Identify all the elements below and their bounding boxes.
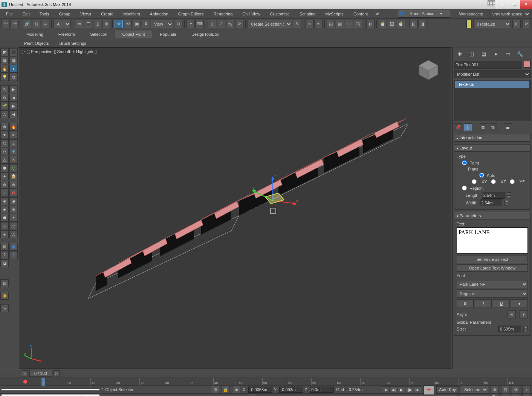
setkey-button[interactable]: Set Key xyxy=(438,394,458,396)
tool-icon[interactable]: ❂ xyxy=(9,189,18,197)
percent-snap-button[interactable]: % xyxy=(226,20,234,28)
tool-icon[interactable]: ◀ xyxy=(9,94,18,102)
goto-start-button[interactable]: ⏮ xyxy=(382,386,390,393)
tool-icon[interactable]: ▶ xyxy=(9,102,18,110)
menu-create[interactable]: Create xyxy=(96,10,118,18)
selection-filter[interactable]: All xyxy=(54,20,71,28)
text-content-input[interactable] xyxy=(457,227,528,254)
style-more-button[interactable]: ▾ xyxy=(511,299,528,308)
nav-orbit-icon[interactable]: ⟳ xyxy=(512,385,520,394)
infocenter-icon[interactable] xyxy=(488,0,495,6)
modify-panel-tab[interactable]: ◫ xyxy=(467,50,477,58)
nav-zoom-extents-icon[interactable]: ⊡ xyxy=(501,385,509,394)
goto-end-button[interactable]: ⏭ xyxy=(414,386,421,393)
bold-button[interactable]: B xyxy=(457,299,474,308)
ribbon-tab-selection[interactable]: Selection xyxy=(83,30,115,38)
tool-icon[interactable]: ⊗ xyxy=(0,197,9,205)
set-value-button[interactable]: Set Value as Text xyxy=(457,256,528,263)
extra-tool-2[interactable]: ⟳ xyxy=(522,20,530,28)
tool-icon[interactable]: ⬣ xyxy=(0,214,9,222)
ribbon-tab-freeform[interactable]: Freeform xyxy=(51,30,83,38)
pin-stack-button[interactable]: 📌 xyxy=(454,123,462,131)
tool-icon[interactable]: ⟁ xyxy=(0,189,9,197)
tool-icon[interactable]: ◬ xyxy=(9,230,18,238)
tool-icon[interactable]: ◩ xyxy=(0,48,9,56)
workspace-selector[interactable]: vray work space xyxy=(489,10,530,18)
play-button[interactable]: ▶ xyxy=(398,386,405,393)
ribbon-tab-populate[interactable]: Populate xyxy=(152,30,183,38)
layout-point-radio[interactable] xyxy=(462,160,467,165)
material-editor-button[interactable]: ◐ xyxy=(366,20,375,28)
tool-icon[interactable]: ◀ xyxy=(9,110,18,118)
viewport-perspective[interactable]: [ + ][ Perspective ][ Smooth + Highlight… xyxy=(19,47,451,369)
motion-panel-tab[interactable]: ● xyxy=(491,50,501,58)
tool-icon[interactable]: ⇱ xyxy=(0,85,9,93)
tool-icon[interactable]: 💡 xyxy=(0,73,9,81)
remove-modifier-button[interactable]: 🗑 xyxy=(489,123,497,131)
select-object-button[interactable]: ▭ xyxy=(75,20,83,28)
length-down[interactable]: ▾ xyxy=(507,195,511,198)
menu-views[interactable]: Views xyxy=(76,10,96,18)
paint-objects-tab[interactable]: Paint Objects xyxy=(19,40,54,47)
ribbon-tab-designtoolbox[interactable]: DesignToolBox xyxy=(184,30,226,38)
coord-y-input[interactable] xyxy=(279,387,303,393)
tool-icon[interactable]: ◪ xyxy=(0,259,9,267)
pivot-center-button[interactable]: ⊙ xyxy=(174,20,182,28)
maxscript-output[interactable]: PainterInterface End Paint Session xyxy=(2,394,99,396)
tool-icon[interactable]: △ xyxy=(0,156,9,164)
tool-icon[interactable]: 🌱 xyxy=(0,102,9,110)
nav-zoom-icon[interactable]: 🔍 xyxy=(491,393,499,396)
maxscript-mini-listener[interactable] xyxy=(2,389,99,390)
modifier-stack[interactable]: TextPlus xyxy=(454,80,530,121)
underline-button[interactable]: U xyxy=(493,299,510,308)
plane-auto-radio[interactable] xyxy=(479,173,484,178)
menu-scripting[interactable]: Scripting xyxy=(295,10,320,18)
display-panel-tab[interactable]: ▭ xyxy=(503,50,513,58)
menu-overflow[interactable]: ≫ xyxy=(373,10,382,18)
select-move-button[interactable]: ✥ xyxy=(115,20,123,28)
named-selection-sets[interactable]: Create Selection Se xyxy=(248,20,292,28)
align-more-button[interactable]: ▾ xyxy=(520,310,528,318)
tool-icon[interactable]: ▽ xyxy=(9,222,18,230)
menu-file[interactable]: File xyxy=(2,10,17,18)
tool-icon[interactable]: ⬛ xyxy=(9,48,18,56)
italic-button[interactable]: I xyxy=(475,299,492,308)
create-panel-tab[interactable]: ✚ xyxy=(455,50,465,58)
tool-icon[interactable]: ▤ xyxy=(0,279,9,287)
menu-grapheditors[interactable]: Graph Editors xyxy=(174,10,208,18)
key-filter-mode[interactable]: Selected xyxy=(461,385,488,394)
tool-icon[interactable]: ▤ xyxy=(9,243,18,251)
curve-editor-button[interactable]: 〰 xyxy=(345,20,353,28)
menu-myscripts[interactable]: MyScripts xyxy=(321,10,348,18)
length-input[interactable] xyxy=(482,192,504,199)
menu-edit[interactable]: Edit xyxy=(18,10,34,18)
ref-coord-system[interactable]: View xyxy=(151,20,173,28)
tool-icon[interactable]: ◔ xyxy=(9,73,18,81)
object-color-swatch[interactable] xyxy=(524,61,530,68)
rollout-layout-header[interactable]: Layout xyxy=(454,145,530,152)
manipulate-button[interactable]: ✦ xyxy=(187,20,195,28)
tool-icon[interactable]: ⍝ xyxy=(0,222,9,230)
tool-icon[interactable]: ⭘ xyxy=(9,131,18,139)
tool-icon[interactable]: ★ xyxy=(0,131,9,139)
modifier-list-dropdown[interactable]: Modifier List xyxy=(454,70,530,78)
prev-frame-button[interactable]: ◀∥ xyxy=(390,386,397,393)
plane-yz-radio[interactable] xyxy=(510,179,515,184)
tool-icon[interactable]: ▦ xyxy=(9,56,18,64)
brush-settings-tab[interactable]: Brush Settings xyxy=(54,40,92,47)
undo-button[interactable]: ↶ xyxy=(2,20,10,28)
align-center-button[interactable]: ≡ xyxy=(508,310,516,318)
rollout-interpolation-header[interactable]: Interpolation xyxy=(454,134,530,142)
extra-tool-1[interactable]: ⊞ xyxy=(512,20,521,28)
tool-icon[interactable]: 🔥 xyxy=(0,65,9,73)
coord-x-input[interactable] xyxy=(248,387,272,393)
tool-icon[interactable]: ⬡ xyxy=(0,139,9,147)
width-down[interactable]: ▾ xyxy=(504,203,509,206)
current-frame-display[interactable]: 0 / 100 xyxy=(29,370,52,377)
set-key-big-button[interactable]: + xyxy=(423,384,434,395)
menu-civilview[interactable]: Civil View xyxy=(238,10,264,18)
tool-icon[interactable]: ▣ xyxy=(0,292,9,300)
restore-button[interactable]: ▭ xyxy=(508,0,520,9)
width-input[interactable] xyxy=(480,200,502,206)
utilities-panel-tab[interactable]: 🔧 xyxy=(515,50,525,58)
